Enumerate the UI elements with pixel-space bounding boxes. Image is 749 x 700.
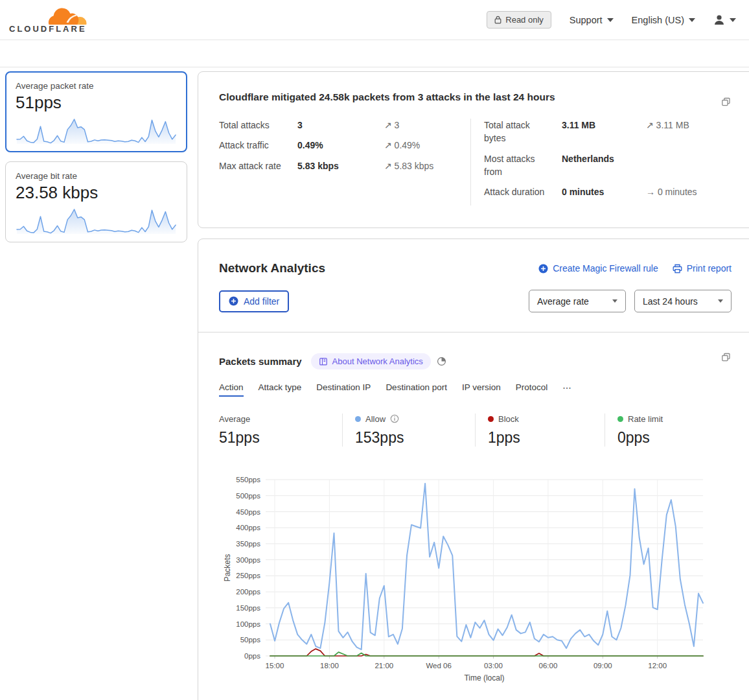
- lock-icon: [494, 16, 501, 24]
- chevron-down-icon: [607, 18, 614, 22]
- analytics-actions: Create Magic Firewall rule Print report: [538, 263, 732, 274]
- chevron-down-icon: [689, 18, 695, 22]
- attack-summary-panel: Cloudflare mitigated 24.58k packets from…: [198, 71, 749, 228]
- analytics-controls: Add filter Average rate Last 24 hours: [219, 290, 732, 312]
- card-average-packet-rate[interactable]: Average packet rate 51pps: [5, 71, 187, 152]
- header-actions: Read only Support English (US): [487, 11, 736, 29]
- svg-text:Wed 06: Wed 06: [426, 662, 451, 670]
- tab-ip-version[interactable]: IP version: [462, 382, 501, 397]
- svg-text:50pps: 50pps: [240, 636, 261, 644]
- trend-up: ↗ 5.83 kbps: [384, 159, 470, 172]
- trend-flat: → 0 minutes: [646, 185, 728, 198]
- attack-stats-grid: Total attacks 3 ↗ 3 Attack traffic 0.49%…: [219, 119, 728, 205]
- bit-rate-sparkline: [16, 205, 177, 236]
- stat-most-attacks-from: Most attacks from Netherlands: [484, 152, 728, 179]
- tab-destination-ip[interactable]: Destination IP: [316, 382, 371, 397]
- cloudflare-dashboard: CLOUDFLARE Read only Support English (US…: [0, 0, 749, 700]
- read-only-badge: Read only: [487, 11, 551, 29]
- svg-text:400pps: 400pps: [236, 524, 260, 531]
- packets-summary-header: Packets summary About Network Analytics: [219, 353, 732, 369]
- metric-sidebar: Average packet rate 51pps Average bit ra…: [5, 71, 187, 242]
- main-column: Cloudflare mitigated 24.58k packets from…: [198, 71, 749, 700]
- rate-limit-dot: [617, 416, 623, 422]
- cloudflare-logo[interactable]: CLOUDFLARE: [9, 6, 87, 33]
- tab-more[interactable]: ⋯: [562, 382, 571, 397]
- stat-total-attack-bytes: Total attack bytes 3.11 MB ↗ 3.11 MB: [484, 119, 728, 145]
- svg-text:15:00: 15:00: [266, 662, 284, 670]
- packet-rate-sparkline: [16, 115, 177, 146]
- svg-text:450pps: 450pps: [236, 508, 260, 516]
- card-average-bit-rate[interactable]: Average bit rate 23.58 kbps: [5, 161, 187, 242]
- svg-text:21:00: 21:00: [374, 662, 393, 670]
- time-range-select[interactable]: Last 24 hours: [634, 290, 732, 312]
- sampling-pie-icon[interactable]: [437, 356, 446, 366]
- copy-icon[interactable]: [720, 352, 732, 363]
- language-menu[interactable]: English (US): [632, 15, 695, 25]
- attack-stats-left: Total attacks 3 ↗ 3 Attack traffic 0.49%…: [219, 119, 470, 205]
- support-menu[interactable]: Support: [570, 15, 614, 25]
- top-header: CLOUDFLARE Read only Support English (US…: [0, 0, 749, 40]
- copy-icon[interactable]: [720, 97, 732, 108]
- cloudflare-cloud-icon: [47, 6, 87, 26]
- chevron-down-icon: [718, 299, 723, 303]
- book-icon: [319, 357, 328, 366]
- metric-label: Average bit rate: [16, 171, 177, 181]
- kpi-rate-limit[interactable]: Rate limit 0pps: [605, 414, 682, 447]
- svg-text:Packets: Packets: [223, 554, 232, 582]
- kpi-average: Average 51pps: [219, 414, 342, 447]
- stat-attack-traffic: Attack traffic 0.49% ↗ 0.49%: [219, 139, 470, 152]
- stat-max-attack-rate: Max attack rate 5.83 kbps ↗ 5.83 kbps: [219, 159, 470, 172]
- series-legend-stats: Average 51pps Allow 153pps: [219, 414, 732, 447]
- account-menu[interactable]: [713, 14, 736, 25]
- svg-text:350pps: 350pps: [236, 540, 260, 548]
- info-icon[interactable]: [390, 414, 399, 423]
- metric-value: 23.58 kbps: [16, 183, 177, 203]
- stat-attack-duration: Attack duration 0 minutes → 0 minutes: [484, 185, 728, 198]
- tab-destination-port[interactable]: Destination port: [386, 382, 447, 397]
- network-analytics-title: Network Analytics: [219, 261, 325, 275]
- svg-text:250pps: 250pps: [236, 572, 260, 579]
- svg-text:550pps: 550pps: [236, 476, 260, 484]
- content-divider: [0, 67, 749, 67]
- chevron-down-icon: [612, 299, 617, 303]
- svg-text:200pps: 200pps: [236, 588, 260, 596]
- svg-text:03:00: 03:00: [484, 662, 503, 670]
- attack-stats-right: Total attack bytes 3.11 MB ↗ 3.11 MB Mos…: [470, 119, 728, 205]
- plus-circle-icon: [538, 264, 548, 274]
- trend-up: ↗ 0.49%: [384, 139, 470, 152]
- packets-chart[interactable]: 0pps50pps100pps150pps200pps250pps300pps3…: [218, 475, 732, 694]
- tab-protocol[interactable]: Protocol: [516, 382, 548, 397]
- svg-text:300pps: 300pps: [236, 556, 260, 564]
- svg-text:09:00: 09:00: [593, 662, 612, 670]
- about-network-analytics-badge[interactable]: About Network Analytics: [311, 353, 431, 369]
- allow-dot: [355, 416, 361, 422]
- svg-text:150pps: 150pps: [236, 604, 260, 612]
- packets-time-series-chart: 0pps50pps100pps150pps200pps250pps300pps3…: [218, 475, 708, 692]
- kpi-block[interactable]: Block 1pps: [475, 414, 605, 447]
- svg-text:Time (local): Time (local): [464, 673, 504, 682]
- svg-text:18:00: 18:00: [320, 662, 339, 670]
- chart-controls: Average rate Last 24 hours: [529, 290, 732, 312]
- network-analytics-header: Network Analytics Create Magic Firewall …: [219, 261, 732, 275]
- plus-circle-icon: [229, 296, 238, 306]
- add-filter-button[interactable]: Add filter: [219, 290, 289, 312]
- packets-summary-title: Packets summary: [219, 356, 302, 367]
- block-dot: [488, 416, 494, 422]
- metric-value: 51pps: [16, 93, 177, 113]
- create-magic-firewall-rule-link[interactable]: Create Magic Firewall rule: [538, 263, 658, 274]
- panel-divider: [198, 332, 749, 332]
- tab-action[interactable]: Action: [219, 382, 244, 397]
- rate-mode-select[interactable]: Average rate: [529, 290, 626, 312]
- svg-text:0pps: 0pps: [244, 652, 260, 660]
- attack-summary-title: Cloudflare mitigated 24.58k packets from…: [219, 91, 728, 103]
- tab-attack-type[interactable]: Attack type: [259, 382, 302, 397]
- print-report-link[interactable]: Print report: [673, 263, 732, 274]
- read-only-label: Read only: [505, 15, 544, 25]
- svg-text:500pps: 500pps: [236, 492, 260, 500]
- svg-text:100pps: 100pps: [236, 620, 260, 628]
- user-icon: [713, 14, 725, 25]
- stat-total-attacks: Total attacks 3 ↗ 3: [219, 119, 470, 132]
- brand-wordmark: CLOUDFLARE: [9, 25, 87, 33]
- network-analytics-panel: Network Analytics Create Magic Firewall …: [198, 239, 749, 700]
- kpi-allow[interactable]: Allow 153pps: [342, 414, 475, 447]
